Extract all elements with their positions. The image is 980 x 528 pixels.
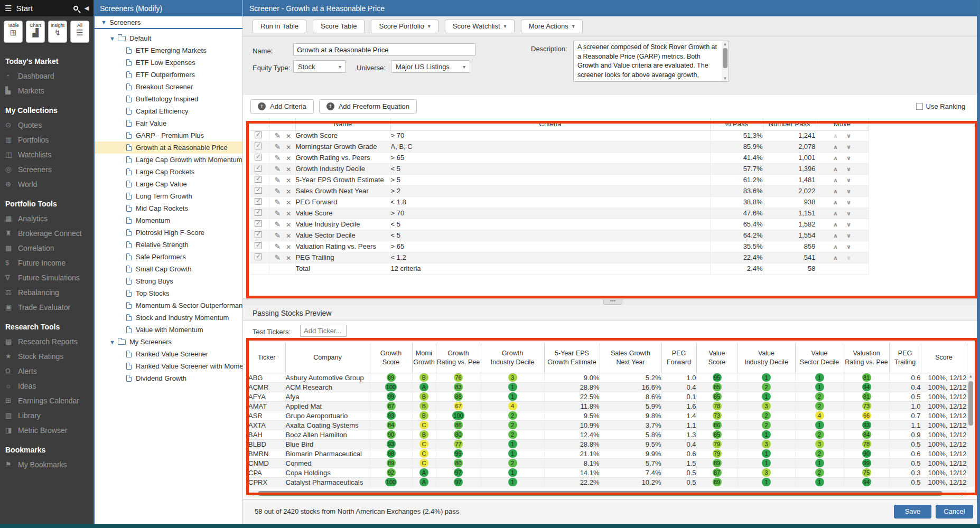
edit-icon[interactable]: ✎ (275, 154, 281, 162)
tree-item-large-cap-rockets[interactable]: Large Cap Rockets (95, 166, 242, 178)
stock-row[interactable]: AXTAAxalta Coating Systems84C86210.9%3.7… (248, 420, 967, 430)
move-up-icon[interactable]: ∧ (829, 133, 842, 139)
view-button-table[interactable]: Table⊞ (4, 21, 23, 43)
edit-icon[interactable]: ✎ (275, 143, 281, 151)
criteria-checkbox[interactable] (255, 242, 262, 249)
stock-row[interactable]: ACMRACM Research100A83128.8%16.6%0.48521… (248, 382, 967, 392)
stock-row[interactable]: AFYAAfya99B88122.5%8.6%0.18512810.5100%,… (248, 392, 967, 401)
stock-row[interactable]: ABGAsbury Automotive Group89B7639.0%5.2%… (248, 373, 967, 382)
tree-item-growth-at-a-reasonable-price[interactable]: Growth at a Reasonable Price (95, 142, 242, 154)
criteria-checkbox[interactable] (255, 143, 262, 149)
sidebar-item-world[interactable]: ⊕World (5, 177, 94, 192)
add-freeform-equation-button[interactable]: + Add Freeform Equation (319, 99, 417, 114)
tree-item-large-cap-value[interactable]: Large Cap Value (95, 178, 242, 190)
tree-item-small-cap-growth[interactable]: Small Cap Growth (95, 263, 242, 275)
sidebar-item-future-income[interactable]: $Future Income (5, 256, 94, 270)
tree-item-safe-performers[interactable]: Safe Performers (95, 251, 242, 263)
tree-item-large-cap-growth-with-momentum[interactable]: Large Cap Growth with Momentum (95, 154, 242, 166)
tree-item-breakout-screener[interactable]: Breakout Screener (95, 81, 242, 93)
stocks-vertical-scrollbar[interactable]: ▲ (967, 373, 974, 487)
criteria-checkbox[interactable] (255, 176, 262, 183)
test-ticker-input[interactable] (300, 325, 347, 337)
tree-item-garp-premium-plus[interactable]: GARP - Premium Plus (95, 129, 242, 142)
stocks-column-header-peg-trailing[interactable]: PEGTrailing (889, 343, 921, 373)
criteria-checkbox[interactable] (255, 209, 262, 216)
move-up-icon[interactable]: ∧ (829, 221, 842, 228)
scroll-down-icon[interactable]: ▼ (722, 76, 729, 81)
edit-icon[interactable]: ✎ (275, 187, 281, 195)
toolbar-button-score-table[interactable]: Score Table (313, 20, 365, 33)
criteria-row[interactable]: ✎✕Growth Industry Decile< 557.7%1,396∧∨ (250, 163, 869, 174)
toolbar-button-run-in-table[interactable]: Run in Table (253, 20, 306, 33)
criteria-checkbox[interactable] (255, 253, 262, 260)
edit-icon[interactable]: ✎ (275, 242, 281, 251)
move-down-icon[interactable]: ∨ (842, 155, 855, 161)
scroll-right-icon[interactable]: ▶ (962, 491, 965, 496)
stock-row[interactable]: BLBDBlue Bird93C77128.8%9.5%0.47933780.5… (248, 439, 967, 449)
tree-item-strong-buys[interactable]: Strong Buys (95, 275, 242, 287)
sidebar-item-screeners[interactable]: ◎Screeners (5, 162, 94, 177)
criteria-checkbox[interactable] (255, 131, 262, 138)
delete-icon[interactable]: ✕ (286, 243, 291, 251)
criteria-row[interactable]: ✎✕Growth Score> 7051.3%1,241∧∨ (250, 130, 869, 141)
tree-item-mid-cap-rockets[interactable]: Mid Cap Rockets (95, 202, 242, 214)
edit-icon[interactable]: ✎ (275, 209, 281, 218)
criteria-checkbox[interactable] (255, 187, 262, 194)
tree-item-top-stocks[interactable]: Top Stocks (95, 287, 242, 299)
delete-icon[interactable]: ✕ (286, 199, 291, 206)
sidebar-item-ideas[interactable]: ☼Ideas (5, 379, 94, 393)
cancel-button[interactable]: Cancel (936, 505, 973, 518)
tree-item-stock-and-industry-momentum[interactable]: Stock and Industry Momentum (95, 312, 242, 324)
stocks-column-header-5-year-eps-growth-estimate[interactable]: 5-Year EPSGrowth Estimate (544, 343, 600, 373)
description-textarea[interactable]: A screener composed of Stock Rover Growt… (573, 41, 729, 82)
tree-item-capital-efficiency[interactable]: Capital Efficiency (95, 105, 242, 117)
tree-item-buffettology-inspired[interactable]: Buffettology Inspired (95, 93, 242, 105)
move-down-icon[interactable]: ∨ (842, 254, 855, 261)
stocks-column-header-company[interactable]: Company (285, 343, 370, 373)
scrollbar-thumb[interactable] (258, 491, 942, 496)
sidebar-item-dashboard[interactable]: ◔Dashboard (5, 69, 94, 83)
stocks-column-header-value-sector-decile[interactable]: ValueSector Decile (795, 343, 844, 373)
hamburger-icon[interactable]: ☰ (5, 4, 12, 13)
stock-row[interactable]: CNMDConmed89C8028.1%5.7%1.58911990.5100%… (248, 458, 967, 468)
stocks-column-header-growth-industry-decile[interactable]: GrowthIndustry Decile (481, 343, 544, 373)
criteria-row[interactable]: ✎✕PEG Forward< 1.838.8%938∧∨ (250, 196, 869, 208)
stocks-column-header-value-score[interactable]: ValueScore (696, 343, 738, 373)
delete-icon[interactable]: ✕ (286, 133, 291, 140)
stocks-column-header-morni-growth[interactable]: MorniGrowth (412, 343, 436, 373)
delete-icon[interactable]: ✕ (286, 221, 291, 229)
move-up-icon[interactable]: ∧ (829, 199, 842, 205)
sidebar-item-my-bookmarks[interactable]: ⚑My Bookmarks (5, 457, 94, 472)
tree-item-value-with-momentum[interactable]: Value with Momentum (95, 324, 242, 336)
tree-item-ranked-value-screener-with-momentum[interactable]: Ranked Value Screener with Momentum (95, 360, 242, 372)
tree-folder-default[interactable]: ▼Default (95, 32, 242, 44)
edit-icon[interactable]: ✎ (275, 253, 281, 262)
move-up-icon[interactable]: ∧ (829, 243, 842, 250)
criteria-row[interactable]: ✎✕Valuation Rating vs. Peers> 6535.5%859… (250, 241, 869, 252)
tree-item-long-term-growth[interactable]: Long Term Growth (95, 190, 242, 202)
splitter-handle[interactable]: ••• (603, 299, 622, 305)
delete-icon[interactable]: ✕ (286, 254, 291, 262)
add-criteria-button[interactable]: + Add Criteria (250, 99, 314, 114)
stocks-column-header-score[interactable]: Score (921, 343, 967, 373)
universe-select[interactable]: Major US Listings ▾ (391, 60, 470, 73)
view-button-chart[interactable]: Chart▟ (26, 21, 45, 43)
view-button-all[interactable]: All☰ (70, 21, 89, 43)
toolbar-button-score-portfolio[interactable]: Score Portfolio▾ (371, 20, 438, 33)
criteria-row[interactable]: ✎✕Value Score> 7047.6%1,151∧∨ (250, 208, 869, 219)
sidebar-item-portfolios[interactable]: ▥Portfolios (5, 133, 94, 147)
criteria-checkbox[interactable] (255, 198, 262, 205)
sidebar-item-alerts[interactable]: ΩAlerts (5, 364, 94, 379)
move-down-icon[interactable]: ∨ (842, 199, 855, 205)
delete-icon[interactable]: ✕ (286, 210, 291, 218)
move-up-icon[interactable]: ∧ (829, 177, 842, 183)
sidebar-item-trade-evaluator[interactable]: ▣Trade Evaluator (5, 300, 94, 315)
name-input[interactable] (293, 43, 475, 56)
delete-icon[interactable]: ✕ (286, 232, 291, 240)
delete-icon[interactable]: ✕ (286, 177, 291, 184)
sidebar-item-future-simulations[interactable]: ∇Future Simulations (5, 270, 94, 285)
sidebar-item-rebalancing[interactable]: ⚖Rebalancing (5, 285, 94, 300)
tree-item-piotroski-high-f-score[interactable]: Piotroski High F-Score (95, 227, 242, 239)
tree-item-momentum[interactable]: Momentum (95, 214, 242, 227)
edit-icon[interactable]: ✎ (275, 131, 281, 140)
